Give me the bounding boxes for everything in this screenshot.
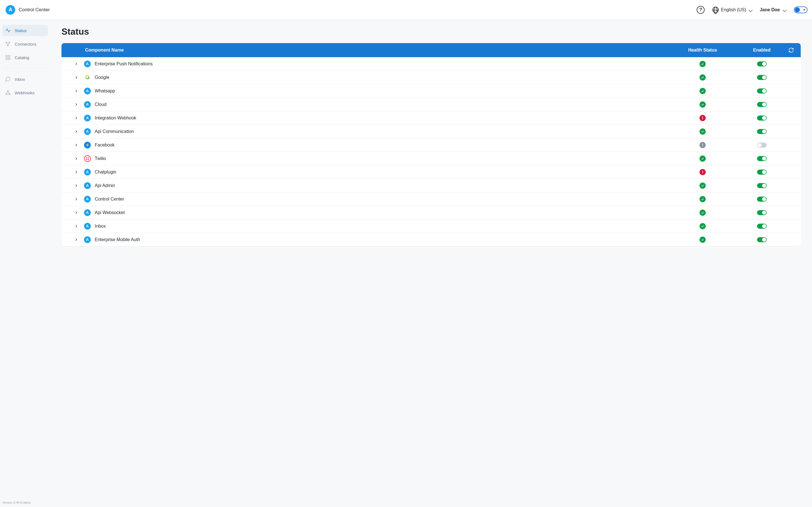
expand-row-button[interactable] xyxy=(73,129,79,134)
app-logo-icon: A xyxy=(6,5,15,15)
component-icon-google: G xyxy=(84,74,91,81)
sidebar-item-status[interactable]: Status xyxy=(2,25,48,36)
expand-row-button[interactable] xyxy=(73,156,79,161)
enabled-toggle[interactable] xyxy=(757,224,767,229)
component-icon-facebook: ⚡ xyxy=(84,142,91,149)
component-icon-api-admin: A xyxy=(84,182,91,189)
table-row: A Api Websocket xyxy=(61,206,801,219)
component-icon-whatsapp: A xyxy=(84,88,91,94)
sidebar-item-webhooks[interactable]: Webhooks xyxy=(2,87,48,98)
component-name: Cloud xyxy=(95,102,107,107)
health-ok-icon xyxy=(700,196,706,202)
svg-point-0 xyxy=(6,42,7,43)
component-name: Google xyxy=(95,75,109,80)
theme-toggle-knob xyxy=(795,7,800,12)
component-icon-control-center: A xyxy=(84,196,91,203)
activity-icon xyxy=(5,27,11,33)
theme-toggle[interactable]: ☀ xyxy=(794,6,808,13)
health-error-icon: ! xyxy=(700,115,706,121)
sidebar-item-label: Inbox xyxy=(15,77,25,82)
sidebar-item-inbox[interactable]: Inbox xyxy=(2,73,48,85)
main-content: Status Component Name Health Status Enab… xyxy=(50,20,812,507)
language-selector[interactable]: English (US) xyxy=(712,7,752,13)
col-header-enabled: Enabled xyxy=(739,48,784,53)
expand-row-button[interactable] xyxy=(73,237,79,242)
enabled-toggle[interactable] xyxy=(757,183,767,188)
component-icon-integration-webhook: A xyxy=(84,115,91,121)
enabled-toggle[interactable] xyxy=(757,170,767,175)
health-ok-icon xyxy=(700,101,706,108)
table-row: A Whatsapp xyxy=(61,84,801,98)
expand-row-button[interactable] xyxy=(73,224,79,229)
enabled-toggle[interactable] xyxy=(757,196,767,202)
component-icon-cloud: A xyxy=(84,101,91,108)
connectors-icon xyxy=(5,41,11,47)
webhooks-icon xyxy=(5,90,11,96)
sidebar-item-label: Catalog xyxy=(15,55,29,60)
expand-row-button[interactable] xyxy=(73,183,79,188)
component-name: Enterprise Mobile Auth xyxy=(95,237,140,242)
table-row: A Enterprise Push Notifications xyxy=(61,57,801,71)
component-icon-enterprise-push-notifications: A xyxy=(84,61,91,67)
enabled-toggle[interactable] xyxy=(757,89,767,94)
enabled-toggle[interactable] xyxy=(757,129,767,134)
table-row: ⚡ Facebook ! xyxy=(61,138,801,152)
table-row: A Inbox xyxy=(61,219,801,233)
health-error-icon: ! xyxy=(700,169,706,175)
svg-rect-6 xyxy=(8,58,10,60)
enabled-toggle[interactable] xyxy=(757,61,767,66)
expand-row-button[interactable] xyxy=(73,102,79,107)
expand-row-button[interactable] xyxy=(73,196,79,202)
health-ok-icon xyxy=(700,156,706,162)
svg-point-7 xyxy=(7,91,8,92)
enabled-toggle[interactable] xyxy=(757,237,767,242)
sidebar-item-label: Connectors xyxy=(15,42,36,47)
health-ok-icon xyxy=(700,210,706,216)
expand-row-button[interactable] xyxy=(73,115,79,121)
health-ok-icon xyxy=(700,61,706,67)
component-icon-enterprise-mobile-auth: A xyxy=(84,236,91,243)
sidebar-divider xyxy=(3,68,47,68)
enabled-toggle[interactable] xyxy=(757,143,767,148)
component-name: Whatsapp xyxy=(95,89,115,94)
col-header-health: Health Status xyxy=(666,48,739,53)
table-row: A Integration Webhook ! xyxy=(61,111,801,125)
globe-icon xyxy=(712,7,719,13)
table-row: Twilio xyxy=(61,152,801,165)
version-label: Version 0.49.0-alpha xyxy=(2,501,31,504)
enabled-toggle[interactable] xyxy=(757,210,767,215)
health-ok-icon xyxy=(700,237,706,243)
sidebar-item-catalog[interactable]: Catalog xyxy=(2,52,48,63)
expand-row-button[interactable] xyxy=(73,75,79,80)
top-header: A Control Center ? English (US) Jane Doe… xyxy=(0,0,812,20)
logo-group[interactable]: A Control Center xyxy=(6,5,50,15)
component-icon-inbox: A xyxy=(84,223,91,230)
svg-rect-5 xyxy=(6,58,8,60)
component-icon-twilio xyxy=(84,155,91,162)
enabled-toggle[interactable] xyxy=(757,115,767,121)
expand-row-button[interactable] xyxy=(73,61,79,66)
grid-icon xyxy=(5,55,11,60)
component-icon-chatplugin: A xyxy=(84,169,91,175)
chevron-down-icon xyxy=(749,8,752,11)
enabled-toggle[interactable] xyxy=(757,102,767,107)
enabled-toggle[interactable] xyxy=(757,156,767,161)
expand-row-button[interactable] xyxy=(73,170,79,175)
health-ok-icon xyxy=(700,74,706,80)
col-header-name: Component Name xyxy=(84,48,666,53)
header-right: ? English (US) Jane Doe ☀ xyxy=(697,6,808,14)
table-header: Component Name Health Status Enabled xyxy=(61,43,801,57)
expand-row-button[interactable] xyxy=(73,210,79,215)
health-ok-icon xyxy=(700,128,706,135)
refresh-button[interactable] xyxy=(788,47,794,53)
user-menu[interactable]: Jane Doe xyxy=(760,7,786,12)
enabled-toggle[interactable] xyxy=(757,75,767,80)
expand-row-button[interactable] xyxy=(73,143,79,148)
svg-rect-3 xyxy=(6,55,8,57)
sidebar: Status Connectors Catalog Inbox Webhook xyxy=(0,20,50,507)
table-row: A Enterprise Mobile Auth xyxy=(61,233,801,246)
component-name: Facebook xyxy=(95,143,114,148)
sidebar-item-connectors[interactable]: Connectors xyxy=(2,38,48,50)
help-icon[interactable]: ? xyxy=(697,6,705,14)
expand-row-button[interactable] xyxy=(73,89,79,94)
